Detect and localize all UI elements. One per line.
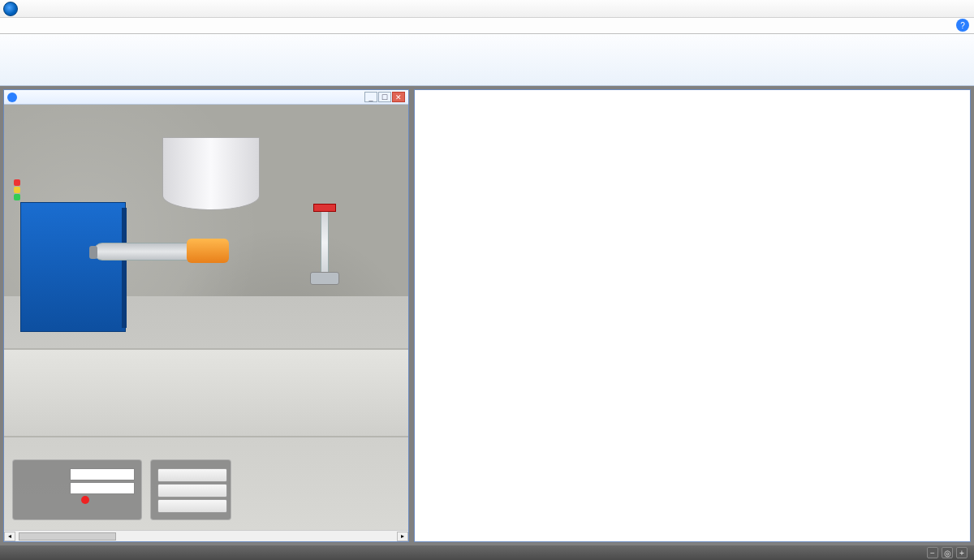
- switch-camera-button[interactable]: [157, 468, 227, 482]
- hopper: [162, 137, 260, 210]
- app-logo-icon: [3, 2, 18, 16]
- conveyor: [4, 348, 408, 437]
- tools-panel: [150, 459, 231, 520]
- port-input[interactable]: [70, 482, 135, 494]
- connection-status-icon: [81, 496, 89, 504]
- viewport-close-button[interactable]: ✕: [392, 92, 405, 102]
- viewport-body[interactable]: [4, 105, 408, 530]
- zoom-out-button[interactable]: −: [927, 547, 938, 558]
- machine-housing: [20, 202, 126, 332]
- viewport-panel: _ ☐ ✕: [3, 89, 409, 542]
- viewport-min-button[interactable]: _: [364, 92, 377, 102]
- ip-input[interactable]: [70, 468, 135, 480]
- ribbon: [0, 34, 974, 86]
- scroll-left-icon[interactable]: ◂: [4, 532, 15, 541]
- scroll-right-icon[interactable]: ▸: [397, 532, 408, 541]
- close-button[interactable]: [942, 0, 974, 18]
- actuator-tip: [187, 239, 229, 263]
- viewport-icon: [7, 93, 17, 102]
- minimize-button[interactable]: [877, 0, 909, 18]
- maximize-button[interactable]: [909, 0, 942, 18]
- schematic-canvas[interactable]: [415, 90, 970, 541]
- pick-and-place: [308, 210, 341, 275]
- reset-scene-button[interactable]: [157, 499, 227, 513]
- viewport-scrollbar[interactable]: ◂ ▸: [4, 530, 408, 541]
- window-controls: [877, 0, 974, 18]
- schematic-panel: [414, 89, 971, 542]
- hud: [12, 459, 231, 520]
- viewport-max-button[interactable]: ☐: [378, 92, 391, 102]
- server-config-panel: [12, 459, 142, 520]
- workspace: _ ☐ ✕: [0, 86, 974, 545]
- stack-light-icon: [14, 179, 20, 201]
- viewport-titlebar[interactable]: _ ☐ ✕: [4, 90, 408, 105]
- status-bar: − ◎ +: [0, 545, 974, 560]
- menu-bar: ?: [0, 18, 974, 34]
- night-time-button[interactable]: [157, 484, 227, 498]
- zoom-fit-button[interactable]: ◎: [942, 547, 953, 558]
- help-icon[interactable]: ?: [956, 19, 969, 32]
- scroll-thumb[interactable]: [19, 532, 116, 541]
- title-bar: [0, 0, 974, 18]
- zoom-in-button[interactable]: +: [956, 547, 968, 558]
